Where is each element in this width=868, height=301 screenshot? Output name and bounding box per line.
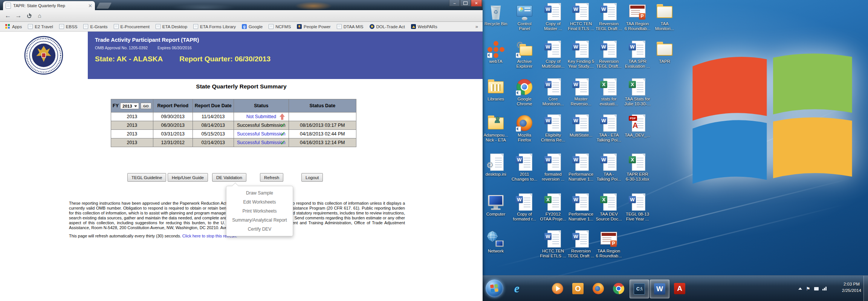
menu-item-draw-sample[interactable]: Draw Sample bbox=[226, 189, 293, 198]
taskbar-item-media[interactable] bbox=[548, 280, 567, 298]
de-validation-button[interactable]: DE Validation bbox=[212, 173, 246, 182]
word-badge: W bbox=[629, 196, 636, 203]
bookmark-dtaa-mis[interactable]: DTAA MIS bbox=[335, 23, 366, 30]
desktop-icon-archive[interactable]: ⚙Archive Explorer bbox=[508, 41, 541, 69]
shortcut-arrow-icon bbox=[516, 126, 521, 132]
maximize-button[interactable] bbox=[460, 0, 471, 6]
firefox-icon bbox=[516, 114, 533, 132]
home-icon[interactable]: ⌂ bbox=[35, 11, 44, 20]
desktop-icon-google[interactable]: Google Chrome bbox=[508, 78, 541, 106]
go-button[interactable]: GO bbox=[141, 103, 151, 109]
desktop-icon-reversion[interactable]: WReversion TEGL Draft ... bbox=[592, 3, 625, 31]
menu-item-print-worksheets[interactable]: Print Worksheets bbox=[226, 207, 293, 216]
bookmark-google[interactable]: gGoogle bbox=[240, 23, 265, 30]
desktop-icon-recycle-bin[interactable]: ♻Recycle Bin bbox=[479, 3, 512, 26]
taskbar-item-chrome[interactable] bbox=[609, 280, 628, 298]
desktop-icon-libraries[interactable]: Libraries bbox=[479, 78, 512, 102]
taskbar-item-firefox[interactable] bbox=[589, 280, 608, 298]
desktop-icon-copy-of[interactable]: WCopy of formated r... bbox=[508, 193, 541, 222]
taskbar-item-terminal[interactable]: C:\ bbox=[630, 280, 649, 298]
bookmark-eta-forms-library[interactable]: ETA Forms Library bbox=[191, 23, 238, 30]
reload-icon[interactable] bbox=[24, 11, 34, 20]
desktop-icon-stats-for[interactable]: Xstats for evaluati... bbox=[592, 78, 625, 106]
bookmark-ncfms[interactable]: NCFMS bbox=[266, 23, 293, 30]
outlook-icon: O bbox=[572, 283, 584, 294]
bookmark-e-procurement[interactable]: E-Procurement bbox=[112, 23, 152, 30]
bookmarks-overflow-chevron[interactable]: » bbox=[474, 24, 480, 29]
desktop-icon-computer[interactable]: Computer bbox=[479, 193, 512, 217]
bookmark-e-grants[interactable]: E-Grants bbox=[81, 23, 110, 30]
fy-label: FY bbox=[113, 103, 119, 108]
desktop-icon-taa[interactable]: TAA Monitori... bbox=[648, 3, 681, 31]
help-user-guide-button[interactable]: Help/User Guide bbox=[168, 173, 208, 182]
volume-icon[interactable] bbox=[822, 287, 827, 290]
bookmark-people-power[interactable]: People Power bbox=[295, 23, 333, 30]
menu-item-certify-dev[interactable]: Certify DEV bbox=[226, 225, 293, 234]
bookmark-eta-desktop[interactable]: ETA Desktop bbox=[153, 23, 189, 30]
action-center-flag-icon[interactable]: ⚑ bbox=[806, 286, 810, 292]
desktop-icon-adamopou[interactable]: Adamopou... Nick - ETA bbox=[479, 114, 512, 143]
desktop-icon-tapr[interactable]: TAPR bbox=[648, 41, 681, 64]
word-icon: W bbox=[600, 114, 617, 132]
taskbar-item-explorer[interactable] bbox=[528, 280, 547, 298]
bookmark-e2-travel[interactable]: E2 Travel bbox=[26, 23, 55, 30]
logout-button[interactable]: Logout bbox=[301, 173, 323, 182]
fy-select[interactable]: 2013 bbox=[120, 103, 139, 109]
taskbar-clock[interactable]: 2:03 PM 2/25/2014 bbox=[842, 281, 861, 294]
tab-close-icon[interactable]: ✕ bbox=[88, 3, 92, 8]
network-icon[interactable] bbox=[814, 287, 819, 290]
browser-tab[interactable]: TAPR: State Quarterly Rep ✕ bbox=[3, 1, 95, 10]
word-badge: W bbox=[516, 196, 523, 203]
desktop-icon-taa-stats-for[interactable]: XTAA Stats for Julie 10-30-... bbox=[621, 78, 654, 106]
desktop-icon-desktop-ini[interactable]: ⚙desktop.ini bbox=[479, 154, 512, 177]
desktop-icon-taa-eta[interactable]: WTAA - ETA Talking Poi... bbox=[592, 114, 625, 143]
desktop-icon-2011[interactable]: W2011 Changes to... bbox=[508, 154, 541, 182]
word-icon: W bbox=[516, 193, 533, 211]
auto-refresh-note: This page will refresh automatically eve… bbox=[69, 234, 237, 238]
status-link[interactable]: Successful Submission bbox=[237, 131, 286, 137]
desktop-icon-label: Mozilla Firefox bbox=[508, 133, 541, 143]
bookmark-apps[interactable]: Apps bbox=[3, 23, 24, 30]
bookmark-dol-trade-act[interactable]: DOL-Trade Act bbox=[367, 23, 407, 30]
taskbar-item-ie[interactable]: e bbox=[507, 280, 526, 298]
tegl-guideline-button[interactable]: TEGL Guideline bbox=[127, 173, 166, 182]
forward-icon[interactable]: → bbox=[14, 11, 23, 20]
desktop-icon-taa[interactable]: WTAA - Talking Poi... bbox=[592, 154, 625, 182]
start-button[interactable] bbox=[486, 280, 503, 297]
menu-item-edit-worksheets[interactable]: Edit Worksheets bbox=[226, 198, 293, 207]
folder-shape bbox=[657, 44, 672, 56]
desktop-icon-taa-dev[interactable]: XTAA DEV Source Doc... bbox=[592, 193, 625, 222]
desktop-icon-label: Reversion TEGL Draft ... bbox=[592, 21, 625, 31]
new-tab-button[interactable] bbox=[96, 3, 112, 9]
show-desktop-button[interactable] bbox=[863, 276, 868, 301]
status-link[interactable]: Not Submitted bbox=[246, 114, 276, 119]
network-icon bbox=[487, 230, 504, 248]
back-icon[interactable]: ← bbox=[3, 11, 13, 20]
taskbar-item-acrobat[interactable]: A bbox=[670, 280, 689, 298]
upload-arrow-icon[interactable] bbox=[280, 114, 285, 120]
bookmark-webpars[interactable]: WebPARs bbox=[409, 23, 440, 30]
refresh-button[interactable]: Refresh bbox=[260, 173, 283, 182]
taskbar-item-outlook[interactable]: O bbox=[568, 280, 587, 298]
bookmark-ebss[interactable]: EBSS bbox=[57, 23, 80, 30]
desktop-icon-tegl-08-13[interactable]: WTEGL 08-13 Five Year ... bbox=[621, 193, 654, 222]
page-icon bbox=[28, 24, 33, 29]
desktop-icon-mozilla[interactable]: Mozilla Firefox bbox=[508, 114, 541, 143]
desktop-icon-network[interactable]: Network bbox=[479, 230, 512, 254]
page-icon bbox=[193, 24, 198, 29]
menu-item-summary-analytical-report[interactable]: Summary/Analytical Report bbox=[226, 216, 293, 225]
close-button[interactable]: ✕ bbox=[471, 0, 482, 6]
desktop-icon-webta[interactable]: webTA bbox=[479, 41, 512, 64]
minimize-button[interactable]: – bbox=[449, 0, 460, 6]
status-link[interactable]: Successful Submission bbox=[237, 140, 286, 145]
desktop-icon-tapr-err[interactable]: XTAPR ERR 6-30-13.xlsx bbox=[621, 154, 654, 182]
taskbar-item-word[interactable]: W bbox=[650, 280, 669, 298]
excel-badge: X bbox=[629, 81, 636, 88]
table-row: 201312/31/201202/14/2013Successful Submi… bbox=[111, 138, 356, 147]
show-hidden-icons-chevron[interactable] bbox=[798, 287, 802, 290]
desktop-icon-taa-region[interactable]: PTAA Region 6 Roundtab... bbox=[592, 230, 625, 258]
word-icon: W bbox=[654, 283, 665, 295]
desktop-icon-taa-dev[interactable]: PDFATAA_DEV_... bbox=[621, 114, 654, 138]
desktop-icon-control[interactable]: Control Panel bbox=[508, 3, 541, 31]
desktop-icon-reversion[interactable]: WReversion TEGL Draft... bbox=[592, 41, 625, 69]
